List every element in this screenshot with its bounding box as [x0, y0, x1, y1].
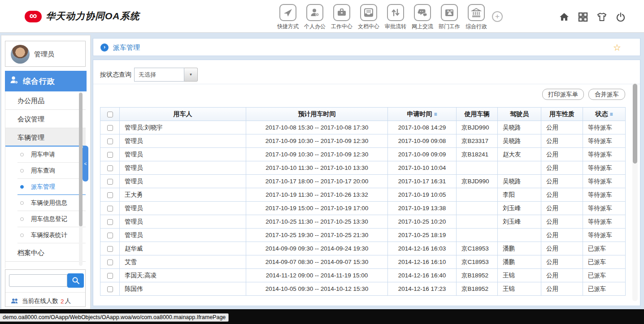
cell-plan-time: 2017-10-09 10:30 -- 2017-10-09 12:30 [246, 134, 388, 148]
nav-item-admin[interactable]: 综合行政 [463, 4, 490, 30]
cell-vehicle [457, 188, 498, 202]
cell-driver: 吴晓路 [498, 175, 541, 188]
apps-grid-icon[interactable] [578, 12, 588, 22]
theme-shirt-icon[interactable] [596, 12, 607, 22]
search-button[interactable] [67, 273, 84, 288]
sidebar-subitem-vehicle-report-stats[interactable]: 车辆报表统计 [17, 227, 86, 243]
cell-nature: 公用 [541, 229, 583, 242]
table-row[interactable]: 管理员 2017-10-17 18:00 -- 2017-10-17 20:00… [100, 175, 626, 188]
sidebar-item-office-supplies[interactable]: 办公用品 [5, 91, 86, 110]
cell-status: 等待派车 [583, 161, 626, 175]
table-row[interactable]: 管理员 2017-10-09 10:30 -- 2017-10-09 12:30… [100, 148, 626, 161]
merge-dispatch-button[interactable]: 合并派车 [588, 89, 625, 100]
cell-nature: 公用 [541, 242, 583, 255]
col-apply-time[interactable]: 申请时间≡ [388, 108, 457, 121]
cell-apply-time: 2014-12-16 17:23 [388, 282, 457, 296]
sidebar-subitem-vehicle-info-register[interactable]: 用车信息登记 [17, 211, 86, 227]
row-checkbox[interactable] [107, 219, 113, 225]
select-all-checkbox[interactable] [107, 112, 113, 117]
table-row[interactable]: 李国天;高凌 2014-11-12 09:00 -- 2014-11-19 15… [100, 269, 626, 282]
cell-driver [498, 161, 541, 175]
nav-item-shortcuts[interactable]: 快捷方式 [274, 4, 301, 30]
cell-status: 等待派车 [583, 148, 626, 161]
cell-status: 等待派车 [583, 202, 626, 215]
person-gear-icon [9, 75, 19, 87]
row-checkbox[interactable] [107, 259, 113, 265]
more-apps-plus-icon[interactable]: + [492, 11, 503, 22]
nav-item-document-center[interactable]: 文档中心 [355, 4, 382, 30]
nav-item-department-work[interactable]: ★ 部门工作 [436, 4, 463, 30]
bullet-icon [20, 233, 24, 237]
sidebar-subitem-vehicle-query[interactable]: 用车查询 [17, 163, 86, 179]
row-checkbox[interactable] [107, 179, 113, 185]
cell-user: 艾雪 [120, 255, 246, 269]
row-checkbox[interactable] [107, 138, 113, 144]
sidebar-menu: 办公用品 会议管理 车辆管理 用车申请 用车查询 派车管理 车辆使用信息 用车信… [5, 91, 86, 268]
cell-plan-time: 2017-10-17 18:00 -- 2017-10-17 20:00 [246, 175, 388, 188]
table-row[interactable]: 管理员 2017-10-25 11:30 -- 2017-10-25 13:30… [100, 215, 626, 229]
row-checkbox[interactable] [107, 286, 113, 292]
row-checkbox[interactable] [107, 152, 113, 158]
table-row[interactable]: 管理员 2017-10-10 11:30 -- 2017-10-10 13:30… [100, 161, 626, 175]
sidebar-section-admin[interactable]: 综合行政 [5, 71, 87, 91]
dropdown-value[interactable]: 无选择 [134, 68, 184, 82]
cell-user: 管理员 [120, 202, 246, 215]
row-checkbox[interactable] [107, 233, 113, 238]
cell-plan-time: 2014-09-09 09:30 -- 2014-09-24 19:30 [246, 242, 388, 255]
cell-vehicle: 京B18952 [457, 269, 498, 282]
chevron-down-icon[interactable]: ▼ [184, 68, 198, 82]
row-checkbox[interactable] [107, 165, 113, 171]
sidebar-subitem-vehicle-apply[interactable]: 用车申请 [17, 147, 86, 163]
sidebar-collapse-handle[interactable]: < [83, 146, 88, 181]
breadcrumb-bar: › 派车管理 ☆ [93, 38, 640, 56]
sidebar-item-meeting-mgmt[interactable]: 会议管理 [5, 110, 86, 128]
table-header-row: 用车人 预计用车时间 申请时间≡ 使用车辆 驾驶员 用车性质 状态≡ [100, 108, 626, 121]
power-icon[interactable] [615, 12, 626, 22]
sidebar-search-card: 当前在线人数 2 人 [5, 269, 86, 307]
sidebar-scrollbar-thumb[interactable] [79, 93, 83, 226]
print-dispatch-button[interactable]: 打印派车单 [542, 89, 584, 100]
browser-status-bar: demo.oa8000.com/OAapp/WebObjects/OAapp.w… [0, 313, 229, 322]
cell-plan-time: 2014-11-12 09:00 -- 2014-11-19 15:00 [246, 269, 388, 282]
col-user: 用车人 [120, 108, 246, 121]
cell-nature: 公用 [541, 134, 583, 148]
table-row[interactable]: 管理员;刘晓宇 2017-10-08 15:30 -- 2017-10-08 1… [100, 121, 626, 134]
sidebar-subitem-dispatch-mgmt[interactable]: 派车管理 [17, 179, 86, 195]
cell-nature: 公用 [541, 282, 583, 296]
table-row[interactable]: 赵华威 2014-09-09 09:30 -- 2014-09-24 19:30… [100, 242, 626, 255]
status-filter-dropdown[interactable]: 无选择 ▼ [134, 68, 198, 82]
sidebar-subitem-vehicle-usage-info[interactable]: 车辆使用信息 [17, 195, 86, 211]
page-title: 派车管理 [113, 39, 140, 56]
col-status[interactable]: 状态≡ [583, 108, 626, 121]
sidebar-item-vehicle-mgmt[interactable]: 车辆管理 [5, 128, 86, 147]
table-row[interactable]: 管理员 2017-10-25 19:30 -- 2017-10-25 21:30… [100, 229, 626, 242]
table-row[interactable]: 管理员 2017-10-09 10:30 -- 2017-10-09 12:30… [100, 134, 626, 148]
divider [5, 292, 85, 293]
main-scrollbar-thumb[interactable] [633, 84, 637, 164]
table-row[interactable]: 管理员 2017-10-19 15:00 -- 2017-10-19 17:00… [100, 202, 626, 215]
table-row[interactable]: 艾雪 2014-09-07 08:30 -- 2014-09-07 15:30 … [100, 255, 626, 269]
nav-item-personal-office[interactable]: 个人办公 [301, 4, 328, 30]
cell-plan-time: 2017-10-10 11:30 -- 2017-10-10 13:30 [246, 161, 388, 175]
row-checkbox[interactable] [107, 246, 113, 252]
table-row[interactable]: 陈国伟 2014-10-05 09:30 -- 2014-10-12 15:30… [100, 282, 626, 296]
nav-item-work-center[interactable]: 工作中心 [328, 4, 355, 30]
home-icon[interactable] [559, 12, 570, 22]
arrows-updown-icon [387, 4, 404, 21]
row-checkbox[interactable] [107, 125, 113, 131]
cell-driver: 刘玉峰 [498, 202, 541, 215]
row-checkbox[interactable] [107, 273, 113, 279]
sidebar-item-archive-center[interactable]: 档案中心 [5, 243, 86, 262]
nav-item-approval-flow[interactable]: 审批流转 [382, 4, 409, 30]
sort-icon: ≡ [609, 111, 613, 117]
cell-nature: 公用 [541, 175, 583, 188]
table-row[interactable]: 王大勇 2017-10-19 11:30 -- 2017-10-26 13:32… [100, 188, 626, 202]
cell-vehicle: 京C18953 [457, 255, 498, 269]
row-checkbox[interactable] [107, 206, 113, 212]
favorite-star-icon[interactable]: ☆ [613, 42, 621, 53]
row-checkbox[interactable] [107, 192, 113, 198]
sidebar-search-input[interactable] [9, 274, 67, 287]
user-avatar[interactable] [11, 45, 30, 64]
nav-item-online-chat[interactable]: 网上交流 [409, 4, 436, 30]
cell-user: 管理员 [120, 161, 246, 175]
